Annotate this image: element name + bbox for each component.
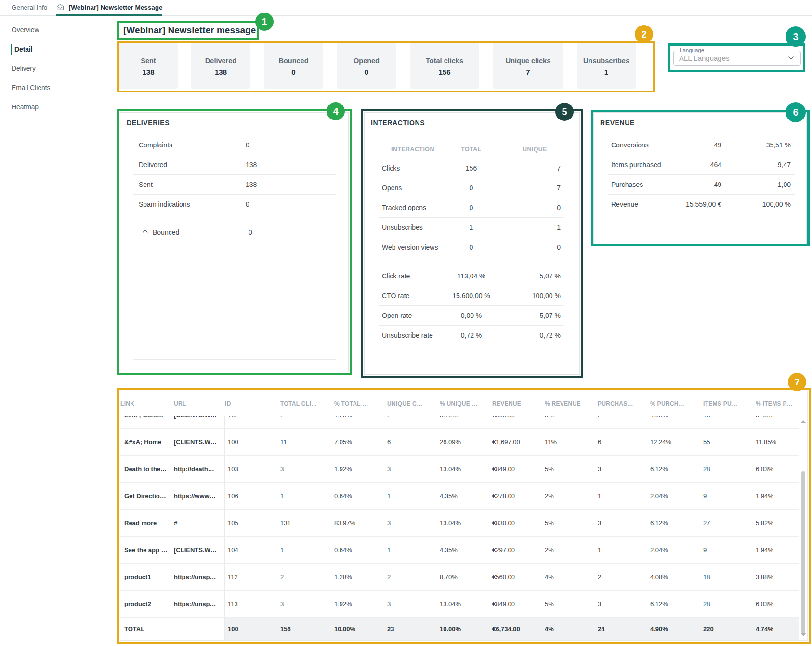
cell-total-clicks: 2 xyxy=(280,416,334,419)
revenue-panel: REVENUE Conversions 49 35,51 % Items pur… xyxy=(593,112,807,245)
annotation-marker-3: 3 xyxy=(786,26,806,47)
sidebar-item-delivery[interactable]: Delivery xyxy=(0,59,117,79)
cell-revenue: €297.00 xyxy=(492,546,545,554)
summary-card-label: Opened xyxy=(337,55,396,66)
cell-percent-total-clicks: 1.92% xyxy=(334,465,387,473)
sidebar-item-heatmap[interactable]: Heatmap xyxy=(0,98,117,117)
cell-percent-revenue: 5% xyxy=(545,519,598,527)
tab-general-info[interactable]: General Info xyxy=(12,0,47,16)
link-table-rows: Link ; Cont… [CLIENTS.W… 102 2 1.28% 2 8… xyxy=(120,416,799,640)
total-cell: 23 xyxy=(387,618,440,640)
tab-newsletter-message[interactable]: [Webinar] Newsletter Message xyxy=(56,0,163,16)
revenue-row-percent: 35,51 % xyxy=(766,135,791,155)
cell-percent-items-purchased: 11.85% xyxy=(756,438,799,446)
link-table-total-row: TOTAL10015610.00%2310.00%€6,734.004%244.… xyxy=(120,618,799,640)
language-select[interactable]: Language ALL Languages xyxy=(673,51,801,66)
revenue-row-value: 49 xyxy=(656,175,721,195)
bounced-expander-row[interactable]: Bounced 0 xyxy=(133,223,336,242)
total-cell: 4.74% xyxy=(756,618,799,640)
cell-percent-purchases: 6.12% xyxy=(650,600,703,607)
revenue-row-value: 49 xyxy=(656,135,721,155)
link-table-column-header[interactable]: UNIQUE C… xyxy=(387,400,440,407)
language-select-value: ALL Languages xyxy=(679,51,730,65)
summary-card-value: 138 xyxy=(119,66,178,78)
rate-name: Open rate xyxy=(382,306,412,326)
deliveries-row-label: Sent xyxy=(139,175,153,195)
cell-link: Link ; Cont… xyxy=(120,416,174,419)
cell-items-purchased: 55 xyxy=(703,438,756,446)
link-table-column-header[interactable]: % TOTAL … xyxy=(334,400,387,407)
total-cell: €6,734.00 xyxy=(492,618,545,640)
cell-percent-unique-clicks: 8.70% xyxy=(440,416,492,419)
link-table-row: product1 https://unsp… 112 2 1.28% 2 8.7… xyxy=(120,564,799,591)
interaction-unique: 0 xyxy=(557,198,561,218)
interaction-name: Unsubscribes xyxy=(382,218,423,237)
cell-percent-items-purchased: 1.94% xyxy=(756,546,799,554)
cell-link: product2 xyxy=(120,600,174,607)
cell-total-clicks: 2 xyxy=(280,573,334,580)
cell-link: Read more xyxy=(120,519,174,527)
summary-card-value: 0 xyxy=(264,66,323,78)
cell-id: 100 xyxy=(225,438,280,446)
link-table-column-header[interactable]: URL xyxy=(174,400,225,407)
cell-url: https://www… xyxy=(174,492,225,500)
summary-card-value: 0 xyxy=(337,66,396,78)
link-table-column-header[interactable]: REVENUE xyxy=(492,400,545,407)
link-table-column-header[interactable]: % ITEMS P… xyxy=(756,400,799,407)
deliveries-row: Complaints 0 xyxy=(133,135,336,155)
cell-percent-total-clicks: 7.05% xyxy=(334,438,387,446)
interactions-rate-row: Unsubscribe rate 0,72 % 0,72 % xyxy=(379,326,564,345)
cell-percent-items-purchased: 5.82% xyxy=(756,519,799,527)
sidebar-item-email-clients-label: Email Clients xyxy=(12,84,51,92)
cell-url: http://death… xyxy=(174,465,225,473)
link-table-column-header[interactable]: % UNIQUE … xyxy=(440,400,492,407)
cell-items-purchased: 18 xyxy=(703,573,756,580)
interactions-panel: INTERACTIONS INTERACTION TOTAL UNIQUE Cl… xyxy=(364,112,580,375)
summary-card: Delivered 138 xyxy=(191,43,250,89)
interaction-total: 0 xyxy=(432,237,511,257)
cell-unique-clicks: 2 xyxy=(387,573,440,580)
link-table-row: Death to the… http://death… 103 3 1.92% … xyxy=(120,456,799,483)
cell-items-purchased: 9 xyxy=(703,492,756,500)
link-table-column-header[interactable]: ITEMS PU… xyxy=(703,400,756,407)
email-campaign-detail-page: General Info [Webinar] Newsletter Messag… xyxy=(0,0,812,646)
link-table-column-header[interactable]: LINK xyxy=(120,400,174,407)
scroll-down-arrow-icon[interactable] xyxy=(801,633,806,636)
cell-link: See the app … xyxy=(120,546,174,554)
cell-percent-purchases: 12.24% xyxy=(650,438,703,446)
col-header-total: TOTAL xyxy=(432,140,511,158)
cell-url: [CLIENTS.W… xyxy=(174,438,225,446)
cell-percent-unique-clicks: 13.04% xyxy=(440,465,492,473)
cell-unique-clicks: 6 xyxy=(387,438,440,446)
link-table-column-header[interactable]: % REVENUE xyxy=(545,400,598,407)
cell-percent-purchases: 4.08% xyxy=(650,573,703,580)
link-table-column-header[interactable]: % PURCH… xyxy=(650,400,703,407)
sidebar-item-email-clients[interactable]: Email Clients xyxy=(0,79,117,98)
deliveries-row-value: 0 xyxy=(246,135,249,155)
cell-percent-total-clicks: 1.28% xyxy=(334,416,387,419)
interactions-rate-row: Click rate 113,04 % 5,07 % xyxy=(379,266,564,286)
summary-card-value: 7 xyxy=(493,66,563,78)
summary-card-label: Sent xyxy=(119,55,178,66)
scrollbar-thumb[interactable] xyxy=(801,471,805,633)
interactions-rate-row: CTO rate 15.600,00 % 100,00 % xyxy=(379,286,564,306)
cell-percent-purchases: 4.08% xyxy=(650,416,703,419)
revenue-row-value: 464 xyxy=(656,155,721,175)
cell-percent-revenue: 11% xyxy=(545,438,598,446)
deliveries-row: Sent 138 xyxy=(133,175,336,195)
cell-percent-items-purchased: 1.94% xyxy=(756,492,799,500)
active-item-indicator xyxy=(11,44,12,55)
scroll-up-arrow-icon[interactable] xyxy=(801,420,806,423)
cell-purchases: 6 xyxy=(598,438,650,446)
link-table-column-header[interactable]: TOTAL CLI… xyxy=(280,400,334,407)
sidebar-item-detail[interactable]: Detail xyxy=(0,40,117,59)
summary-card-label: Total clicks xyxy=(410,55,479,66)
summary-card-label: Delivered xyxy=(191,55,250,66)
sidebar-item-overview[interactable]: Overview xyxy=(0,21,117,40)
link-table-column-header[interactable]: PURCHAS… xyxy=(598,400,650,407)
link-table-column-header[interactable]: ID xyxy=(225,400,280,407)
cell-purchases: 2 xyxy=(598,573,650,580)
cell-url: https://unsp… xyxy=(174,600,225,607)
link-table-row: product2 https://unsp… 113 3 1.92% 3 13.… xyxy=(120,591,799,618)
total-cell: 10.00% xyxy=(440,618,492,640)
